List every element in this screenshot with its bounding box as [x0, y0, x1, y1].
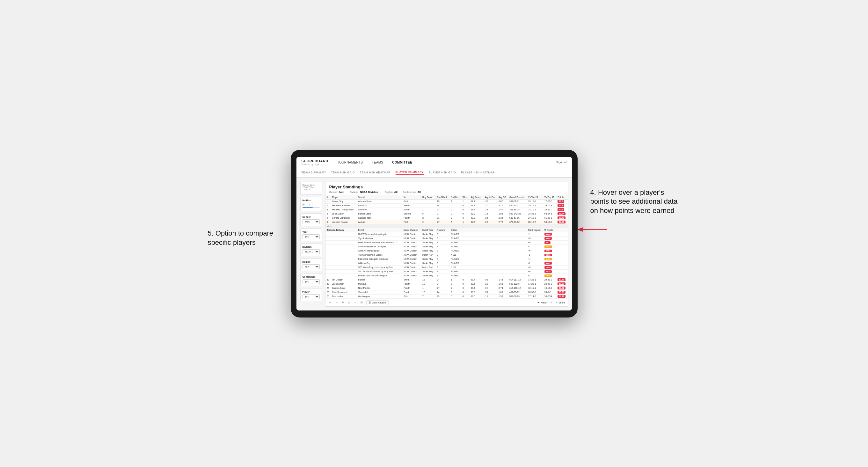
col-record: Overall Record: [508, 195, 527, 199]
slider-bar[interactable]: [303, 207, 320, 208]
table-row: 1 Wenyi Ding Arizona State First 1 15 1 …: [326, 199, 568, 204]
watch-btn[interactable]: 👁 Watch: [537, 301, 547, 304]
tooltip-points: 25.98: [545, 266, 552, 269]
points-cell[interactable]: 60.02: [556, 286, 567, 290]
table-row: 25 Cole Sherwood Vanderbilt Fourth 12 24…: [326, 290, 568, 294]
player-name: Bastien Amat: [331, 286, 357, 290]
more-btn[interactable]: ···: [353, 301, 357, 305]
tooltip-points: 46.7: [545, 241, 551, 244]
copy-btn[interactable]: ⎘: [347, 301, 351, 305]
vs50: 35-16-4: [543, 204, 557, 208]
points-badge: 80.49: [558, 216, 565, 219]
region-label: Region: [303, 260, 320, 263]
record: 674-33-12: [508, 220, 527, 224]
view-original-btn[interactable]: ☰ View: Original: [366, 300, 389, 305]
points-cell[interactable]: 70.2: [556, 208, 567, 212]
undo-btn[interactable]: ↩: [328, 301, 333, 305]
no-rds: 1: [450, 278, 461, 282]
adj-score: 68.6: [469, 294, 483, 299]
subnav-team-h2h-heatmap[interactable]: TEAM H2H HEATMAP: [360, 171, 391, 175]
points-cell[interactable]: 76.3: [556, 204, 567, 208]
avg-sg: 2.34: [497, 216, 508, 220]
year-select[interactable]: (All): [303, 234, 320, 239]
points-cell[interactable]: 58.49: [556, 294, 567, 299]
range-max-input[interactable]: [312, 203, 319, 206]
col-conf-rank: Conf Rank: [436, 195, 450, 199]
share-label: Share: [558, 301, 565, 304]
conference-label: Conference: [303, 275, 320, 278]
points-cell[interactable]: 60.27: [556, 282, 567, 286]
year: Fourth: [402, 208, 421, 212]
gender-select[interactable]: Men Women: [303, 219, 320, 224]
table-container: # Player School Yr Reg Rank Conf Rank No…: [326, 195, 568, 299]
player-name: Christo Lamprecht: [331, 216, 357, 220]
col-yr: Yr: [402, 195, 421, 199]
conf-rank: 27: [436, 286, 450, 290]
vs50: 63-54-6: [543, 212, 557, 216]
avg-sg: 0.74: [497, 286, 508, 290]
points-cell[interactable]: 98.2: [556, 199, 567, 204]
conf-rank: 15: [436, 199, 450, 204]
division-select[interactable]: NCAA Division I: [303, 249, 320, 254]
col-vs25: Vs Top 25: [527, 195, 543, 199]
vs50: 23-22-0: [543, 208, 557, 212]
player-name: Wenyi Ding: [331, 199, 357, 204]
panel-title: Player Standings: [329, 185, 564, 189]
conference-select[interactable]: (All): [303, 279, 320, 284]
reg-rank: 10: [421, 278, 436, 282]
player-name: Petr Hruby: [331, 294, 357, 299]
wins: 0: [461, 286, 469, 290]
range-min-input[interactable]: [303, 203, 310, 206]
adj-score: 68.9: [469, 290, 483, 294]
clock-btn[interactable]: 🕐: [359, 301, 364, 305]
school: Washington: [357, 294, 402, 299]
region-select[interactable]: N/A: [303, 264, 320, 269]
redo-btn[interactable]: ↪: [334, 301, 339, 305]
school: Florida: [357, 278, 402, 282]
vs50: 26-27-2: [543, 282, 557, 286]
points-cell[interactable]: 59.95: [556, 290, 567, 294]
avg-sg: 1.98: [497, 212, 508, 216]
points-cell[interactable]: 98.94: [556, 212, 567, 216]
no-rds: 5: [450, 220, 461, 224]
points-cell[interactable]: 80.49: [556, 216, 567, 220]
conf-rank: 18: [436, 204, 450, 208]
avg-sg: 1.47: [497, 208, 508, 212]
points-cell[interactable]: 60.58: [556, 278, 567, 282]
record: 509-122-6: [508, 282, 527, 286]
points-badge: 58.49: [558, 295, 565, 298]
points-badge: 60.27: [558, 282, 565, 285]
subnav-player-summary[interactable]: PLAYER SUMMARY: [396, 170, 424, 175]
nav-tournaments[interactable]: TOURNAMENTS: [336, 161, 364, 164]
to-par: -2.6: [483, 216, 497, 220]
subnav-player-h2h-grid[interactable]: PLAYER H2H GRID: [429, 171, 456, 175]
adj-score: 68.2: [469, 212, 483, 216]
tooltip-points: 24.11: [545, 254, 552, 256]
nav-teams[interactable]: TEAMS: [370, 161, 384, 164]
tooltip-points: 56.38: [545, 270, 552, 273]
col-school: School: [357, 195, 402, 199]
refresh-btn[interactable]: ↻: [341, 301, 345, 305]
year: Fifth: [402, 294, 421, 299]
player-select[interactable]: (All): [303, 294, 320, 299]
subnav-team-summary[interactable]: TEAM SUMMARY: [302, 171, 326, 175]
points-cell[interactable]: 68.18: [556, 220, 567, 224]
download-btn[interactable]: ⬇: [549, 301, 553, 305]
reg-rank: 2: [421, 216, 436, 220]
tooltip-row: SEC Match Play hosted by Jerry Pate NCAA…: [326, 265, 568, 269]
no-rds: 0: [450, 204, 461, 208]
vs25: 24-31-3: [527, 212, 543, 216]
eye-icon: 👁: [537, 301, 540, 304]
sign-out[interactable]: Sign out: [556, 161, 566, 164]
subnav-player-h2h-heatmap[interactable]: PLAYER H2H HEATMAP: [461, 171, 495, 175]
nav-committee[interactable]: COMMITTEE: [391, 161, 413, 164]
subnav-team-h2h-grid[interactable]: TEAM H2H GRID: [331, 171, 354, 175]
school: Georgia Tech: [357, 216, 402, 220]
wins: 0: [461, 216, 469, 220]
wins: 0: [461, 208, 469, 212]
adj-score: 67.1: [469, 204, 483, 208]
share-btn[interactable]: ↗ Share: [555, 301, 565, 304]
record: 562-62-23: [508, 294, 527, 299]
conf-rank: 23: [436, 294, 450, 299]
vs50: 39-8-2: [543, 290, 557, 294]
